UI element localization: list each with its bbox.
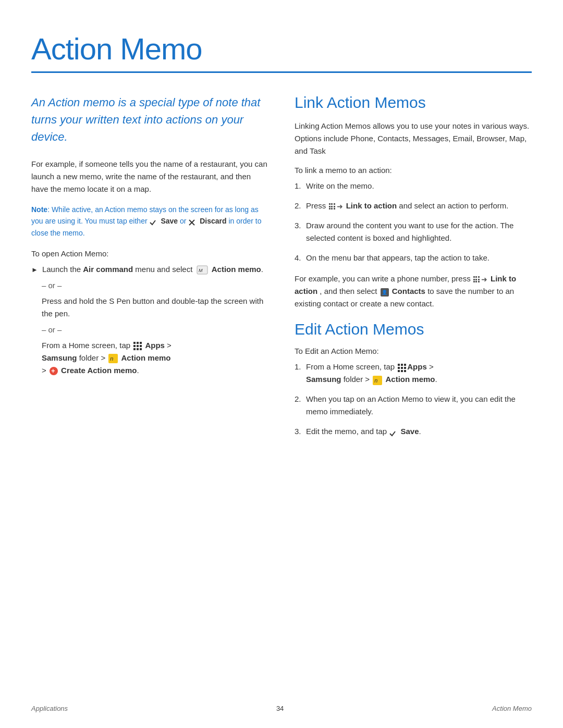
intro-text: An Action memo is a special type of note… <box>31 94 268 145</box>
link-step-2-text: Press ➜ Link to action and select an act… <box>306 200 508 212</box>
link-steps-label: To link a memo to an action: <box>295 166 532 175</box>
svg-text:M: M <box>199 268 203 273</box>
edit-heading: Edit Action Memos <box>295 320 532 338</box>
apps-dots-icon-2 <box>398 364 406 372</box>
save-checkmark-icon-2 <box>389 428 397 437</box>
edit-step-1: 1. From a Home screen, tap Apps > Samsun… <box>295 361 532 386</box>
samsung-bold: Samsung <box>42 353 77 362</box>
link-step-4: 4. On the menu bar that appears, tap the… <box>295 252 532 264</box>
edit-steps-list: 1. From a Home screen, tap Apps > Samsun… <box>295 361 532 438</box>
page-footer: Applications 34 Action Memo <box>31 705 532 712</box>
link-to-action-icon-2: ➜ <box>473 274 488 285</box>
link-step-3: 3. Draw around the content you want to u… <box>295 219 532 244</box>
link-dots-icon-2 <box>473 276 480 282</box>
link-step-3-text: Draw around the content you want to use … <box>306 219 532 244</box>
link-heading: Link Action Memos <box>295 94 532 112</box>
action-memo-label-2: Action memo <box>385 375 435 384</box>
discard-x-icon <box>188 218 197 226</box>
edit-step-1-text: From a Home screen, tap Apps > Samsung f… <box>306 361 437 386</box>
edit-step-2: 2. When you tap on an Action Memo to vie… <box>295 393 532 418</box>
link-steps-list: 1. Write on the memo. 2. Press <box>295 180 532 264</box>
bullet-arrow-icon: ► <box>31 265 38 276</box>
save-checkmark-icon <box>149 218 157 226</box>
save-label-3: Save <box>400 427 419 436</box>
link-to-action-icon: ➜ <box>328 201 344 212</box>
action-memo-bold: Action memo <box>212 265 261 274</box>
link-arrow-icon-2: ➜ <box>481 274 487 285</box>
air-command-bold: Air command <box>83 265 133 274</box>
content-wrapper: An Action memo is a special type of note… <box>31 94 532 446</box>
contacts-label: Contacts <box>392 287 425 295</box>
contacts-icon: 👤 <box>381 288 389 297</box>
apps-dots-icon <box>133 342 142 350</box>
footer-left: Applications <box>31 705 68 712</box>
discard-word: Discard <box>200 217 226 225</box>
right-column: Link Action Memos Linking Action Memos a… <box>295 94 532 446</box>
link-dots-icon <box>329 203 335 209</box>
bullet-item-1: ► Launch the Air command menu and select… <box>31 263 268 276</box>
action-memo-icon-2 <box>373 376 382 385</box>
title-divider <box>31 71 532 73</box>
link-example-block: For example, you can write a phone numbe… <box>295 273 532 310</box>
footer-right: Action Memo <box>492 705 532 712</box>
samsung-bold-2: Samsung <box>306 375 341 384</box>
note-block: Note: While active, an Action memo stays… <box>31 204 268 239</box>
apps-bold: Apps <box>145 341 165 350</box>
left-column: An Action memo is a special type of note… <box>31 94 268 446</box>
link-step-1-text: Write on the memo. <box>306 180 374 192</box>
page-container: Action Memo An Action memo is a special … <box>0 0 563 488</box>
note-or: or <box>180 217 188 225</box>
link-step-2: 2. Press ➜ Link to action and se <box>295 200 532 212</box>
bullet-1-text: Launch the Air command menu and select M… <box>42 263 263 276</box>
link-body: Linking Action Memos allows you to use y… <box>295 120 532 157</box>
step-press: Press and hold the S Pen button and doub… <box>42 295 268 320</box>
link-to-action-label: Link to action <box>346 201 397 210</box>
step-home: From a Home screen, tap Apps > Samsung f… <box>42 339 268 377</box>
edit-step-2-text: When you tap on an Action Memo to view i… <box>306 393 532 418</box>
action-memo-icon <box>108 354 118 363</box>
or-separator-1: – or – <box>42 281 268 290</box>
action-memo-link: Action memo <box>121 353 170 362</box>
open-label: To open Action Memo: <box>31 249 268 258</box>
edit-steps-label: To Edit an Action Memo: <box>295 347 532 355</box>
create-action-memo: Create Action memo <box>61 366 137 375</box>
or-separator-2: – or – <box>42 325 268 334</box>
footer-center: 34 <box>276 705 284 712</box>
edit-step-3: 3. Edit the memo, and tap Save. <box>295 425 532 438</box>
link-step-1: 1. Write on the memo. <box>295 180 532 192</box>
note-label: Note <box>31 205 47 214</box>
body-text-1: For example, if someone tells you the na… <box>31 158 268 195</box>
page-title: Action Memo <box>31 31 532 66</box>
link-arrow-icon: ➜ <box>337 201 343 212</box>
edit-step-3-text: Edit the memo, and tap Save. <box>306 425 421 438</box>
air-command-icon: M <box>197 265 208 275</box>
save-word: Save <box>161 217 178 225</box>
create-icon <box>50 367 58 375</box>
link-step-4-text: On the menu bar that appears, tap the ac… <box>306 252 489 264</box>
